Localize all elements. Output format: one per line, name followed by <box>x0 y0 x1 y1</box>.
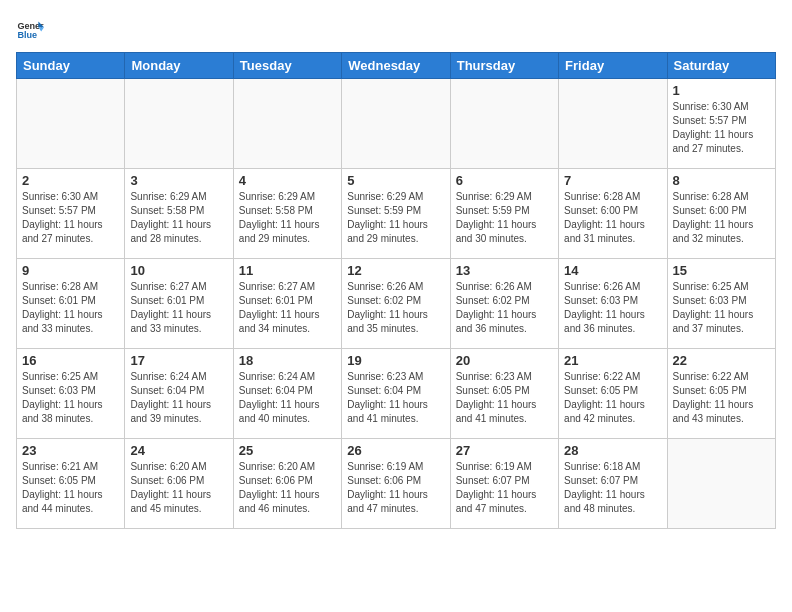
calendar-cell: 16Sunrise: 6:25 AM Sunset: 6:03 PM Dayli… <box>17 349 125 439</box>
day-info: Sunrise: 6:29 AM Sunset: 5:59 PM Dayligh… <box>347 190 444 246</box>
day-info: Sunrise: 6:19 AM Sunset: 6:06 PM Dayligh… <box>347 460 444 516</box>
calendar-cell: 25Sunrise: 6:20 AM Sunset: 6:06 PM Dayli… <box>233 439 341 529</box>
calendar-cell: 22Sunrise: 6:22 AM Sunset: 6:05 PM Dayli… <box>667 349 775 439</box>
calendar-cell: 5Sunrise: 6:29 AM Sunset: 5:59 PM Daylig… <box>342 169 450 259</box>
calendar-cell: 9Sunrise: 6:28 AM Sunset: 6:01 PM Daylig… <box>17 259 125 349</box>
day-info: Sunrise: 6:29 AM Sunset: 5:58 PM Dayligh… <box>239 190 336 246</box>
day-number: 11 <box>239 263 336 278</box>
day-number: 14 <box>564 263 661 278</box>
day-info: Sunrise: 6:23 AM Sunset: 6:05 PM Dayligh… <box>456 370 553 426</box>
svg-text:Blue: Blue <box>17 30 37 40</box>
week-row-2: 2Sunrise: 6:30 AM Sunset: 5:57 PM Daylig… <box>17 169 776 259</box>
day-info: Sunrise: 6:25 AM Sunset: 6:03 PM Dayligh… <box>673 280 770 336</box>
day-info: Sunrise: 6:28 AM Sunset: 6:00 PM Dayligh… <box>564 190 661 246</box>
day-header-saturday: Saturday <box>667 53 775 79</box>
day-number: 10 <box>130 263 227 278</box>
day-number: 9 <box>22 263 119 278</box>
calendar-cell <box>450 79 558 169</box>
calendar-table: SundayMondayTuesdayWednesdayThursdayFrid… <box>16 52 776 529</box>
logo-icon: General Blue <box>16 16 44 44</box>
day-info: Sunrise: 6:18 AM Sunset: 6:07 PM Dayligh… <box>564 460 661 516</box>
day-info: Sunrise: 6:23 AM Sunset: 6:04 PM Dayligh… <box>347 370 444 426</box>
calendar-cell: 27Sunrise: 6:19 AM Sunset: 6:07 PM Dayli… <box>450 439 558 529</box>
day-header-sunday: Sunday <box>17 53 125 79</box>
day-info: Sunrise: 6:25 AM Sunset: 6:03 PM Dayligh… <box>22 370 119 426</box>
calendar-cell <box>667 439 775 529</box>
day-info: Sunrise: 6:19 AM Sunset: 6:07 PM Dayligh… <box>456 460 553 516</box>
calendar-cell: 28Sunrise: 6:18 AM Sunset: 6:07 PM Dayli… <box>559 439 667 529</box>
day-header-thursday: Thursday <box>450 53 558 79</box>
day-number: 28 <box>564 443 661 458</box>
calendar-cell: 1Sunrise: 6:30 AM Sunset: 5:57 PM Daylig… <box>667 79 775 169</box>
calendar-cell: 23Sunrise: 6:21 AM Sunset: 6:05 PM Dayli… <box>17 439 125 529</box>
calendar-cell: 10Sunrise: 6:27 AM Sunset: 6:01 PM Dayli… <box>125 259 233 349</box>
day-number: 21 <box>564 353 661 368</box>
calendar-cell: 24Sunrise: 6:20 AM Sunset: 6:06 PM Dayli… <box>125 439 233 529</box>
calendar-cell <box>342 79 450 169</box>
page-header: General Blue <box>16 16 776 44</box>
calendar-cell: 19Sunrise: 6:23 AM Sunset: 6:04 PM Dayli… <box>342 349 450 439</box>
day-number: 22 <box>673 353 770 368</box>
week-row-3: 9Sunrise: 6:28 AM Sunset: 6:01 PM Daylig… <box>17 259 776 349</box>
day-number: 20 <box>456 353 553 368</box>
day-number: 5 <box>347 173 444 188</box>
calendar-cell <box>17 79 125 169</box>
day-info: Sunrise: 6:30 AM Sunset: 5:57 PM Dayligh… <box>22 190 119 246</box>
day-number: 26 <box>347 443 444 458</box>
day-info: Sunrise: 6:21 AM Sunset: 6:05 PM Dayligh… <box>22 460 119 516</box>
day-info: Sunrise: 6:22 AM Sunset: 6:05 PM Dayligh… <box>564 370 661 426</box>
day-info: Sunrise: 6:20 AM Sunset: 6:06 PM Dayligh… <box>239 460 336 516</box>
day-number: 3 <box>130 173 227 188</box>
day-number: 6 <box>456 173 553 188</box>
day-number: 2 <box>22 173 119 188</box>
calendar-cell: 18Sunrise: 6:24 AM Sunset: 6:04 PM Dayli… <box>233 349 341 439</box>
day-number: 18 <box>239 353 336 368</box>
calendar-cell: 20Sunrise: 6:23 AM Sunset: 6:05 PM Dayli… <box>450 349 558 439</box>
calendar-cell: 6Sunrise: 6:29 AM Sunset: 5:59 PM Daylig… <box>450 169 558 259</box>
week-row-5: 23Sunrise: 6:21 AM Sunset: 6:05 PM Dayli… <box>17 439 776 529</box>
day-info: Sunrise: 6:26 AM Sunset: 6:02 PM Dayligh… <box>347 280 444 336</box>
day-number: 8 <box>673 173 770 188</box>
day-header-wednesday: Wednesday <box>342 53 450 79</box>
day-number: 1 <box>673 83 770 98</box>
day-number: 15 <box>673 263 770 278</box>
day-number: 4 <box>239 173 336 188</box>
day-info: Sunrise: 6:22 AM Sunset: 6:05 PM Dayligh… <box>673 370 770 426</box>
calendar-cell: 2Sunrise: 6:30 AM Sunset: 5:57 PM Daylig… <box>17 169 125 259</box>
day-header-tuesday: Tuesday <box>233 53 341 79</box>
logo: General Blue <box>16 16 46 44</box>
day-header-monday: Monday <box>125 53 233 79</box>
day-info: Sunrise: 6:30 AM Sunset: 5:57 PM Dayligh… <box>673 100 770 156</box>
day-number: 13 <box>456 263 553 278</box>
day-number: 16 <box>22 353 119 368</box>
day-number: 23 <box>22 443 119 458</box>
day-info: Sunrise: 6:20 AM Sunset: 6:06 PM Dayligh… <box>130 460 227 516</box>
day-number: 25 <box>239 443 336 458</box>
day-info: Sunrise: 6:26 AM Sunset: 6:02 PM Dayligh… <box>456 280 553 336</box>
day-info: Sunrise: 6:28 AM Sunset: 6:01 PM Dayligh… <box>22 280 119 336</box>
week-row-4: 16Sunrise: 6:25 AM Sunset: 6:03 PM Dayli… <box>17 349 776 439</box>
day-info: Sunrise: 6:24 AM Sunset: 6:04 PM Dayligh… <box>130 370 227 426</box>
calendar-cell: 17Sunrise: 6:24 AM Sunset: 6:04 PM Dayli… <box>125 349 233 439</box>
day-header-friday: Friday <box>559 53 667 79</box>
calendar-cell: 14Sunrise: 6:26 AM Sunset: 6:03 PM Dayli… <box>559 259 667 349</box>
calendar-cell: 21Sunrise: 6:22 AM Sunset: 6:05 PM Dayli… <box>559 349 667 439</box>
calendar-cell <box>559 79 667 169</box>
calendar-cell: 13Sunrise: 6:26 AM Sunset: 6:02 PM Dayli… <box>450 259 558 349</box>
day-number: 17 <box>130 353 227 368</box>
calendar-cell: 3Sunrise: 6:29 AM Sunset: 5:58 PM Daylig… <box>125 169 233 259</box>
day-info: Sunrise: 6:28 AM Sunset: 6:00 PM Dayligh… <box>673 190 770 246</box>
day-info: Sunrise: 6:26 AM Sunset: 6:03 PM Dayligh… <box>564 280 661 336</box>
day-number: 19 <box>347 353 444 368</box>
calendar-cell: 11Sunrise: 6:27 AM Sunset: 6:01 PM Dayli… <box>233 259 341 349</box>
day-info: Sunrise: 6:29 AM Sunset: 5:58 PM Dayligh… <box>130 190 227 246</box>
calendar-cell <box>125 79 233 169</box>
day-info: Sunrise: 6:24 AM Sunset: 6:04 PM Dayligh… <box>239 370 336 426</box>
day-number: 12 <box>347 263 444 278</box>
calendar-cell: 8Sunrise: 6:28 AM Sunset: 6:00 PM Daylig… <box>667 169 775 259</box>
day-number: 7 <box>564 173 661 188</box>
day-number: 27 <box>456 443 553 458</box>
calendar-cell: 4Sunrise: 6:29 AM Sunset: 5:58 PM Daylig… <box>233 169 341 259</box>
calendar-cell: 12Sunrise: 6:26 AM Sunset: 6:02 PM Dayli… <box>342 259 450 349</box>
day-number: 24 <box>130 443 227 458</box>
